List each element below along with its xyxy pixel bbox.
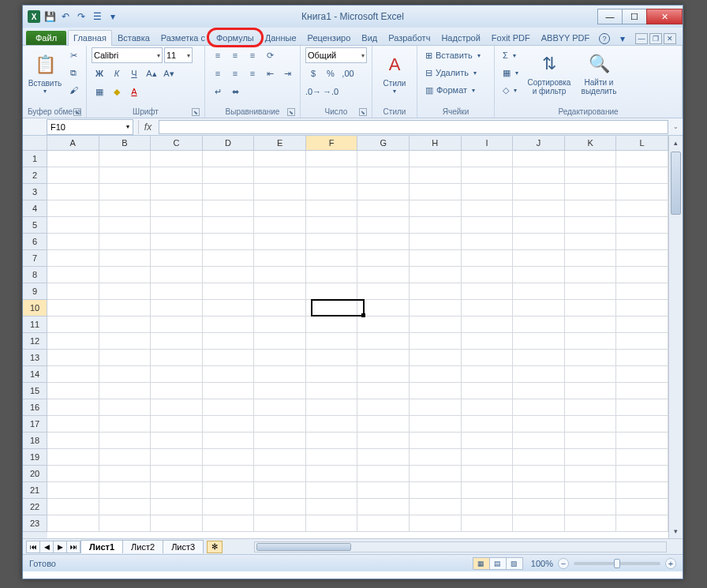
cell[interactable] <box>462 267 514 283</box>
sort-filter-button[interactable]: ⇅ Сортировка и фильтр <box>525 47 574 99</box>
cell[interactable] <box>357 499 410 515</box>
cell[interactable] <box>47 316 99 333</box>
cell[interactable] <box>99 200 152 217</box>
row-header-16[interactable]: 16 <box>23 399 47 416</box>
workbook-close-button[interactable]: ✕ <box>664 33 676 44</box>
cell[interactable] <box>254 383 306 399</box>
cell[interactable] <box>151 217 203 234</box>
cell[interactable] <box>565 151 617 167</box>
cell[interactable] <box>47 366 99 383</box>
cell[interactable] <box>616 466 668 482</box>
row-header-1[interactable]: 1 <box>23 151 47 167</box>
cell[interactable] <box>47 499 99 515</box>
align-right-button[interactable]: ≡ <box>245 66 260 81</box>
col-header-C[interactable]: C <box>151 136 203 151</box>
sheet-tab-0[interactable]: Лист1 <box>80 540 123 553</box>
ribbon-tab-4[interactable]: Данные <box>260 30 302 45</box>
cell[interactable] <box>616 234 668 250</box>
row-header-9[interactable]: 9 <box>23 283 47 300</box>
cell[interactable] <box>151 416 203 433</box>
cell[interactable] <box>47 283 99 300</box>
number-format-combo[interactable]: Общий▾ <box>305 47 367 63</box>
cell[interactable] <box>151 200 203 217</box>
decrease-decimal-button[interactable]: →.0 <box>323 84 339 99</box>
cell[interactable] <box>203 167 255 184</box>
cell[interactable] <box>151 184 203 200</box>
cell[interactable] <box>462 333 514 350</box>
cell[interactable] <box>254 217 306 234</box>
cell[interactable] <box>306 267 358 283</box>
cell[interactable] <box>203 184 255 200</box>
vscroll-thumb[interactable] <box>671 152 681 215</box>
cell[interactable] <box>462 399 514 416</box>
cell[interactable] <box>565 283 617 300</box>
cell[interactable] <box>616 482 668 499</box>
cell[interactable] <box>410 250 462 267</box>
col-header-L[interactable]: L <box>616 136 668 151</box>
cell[interactable] <box>357 217 410 234</box>
cell[interactable] <box>47 515 99 532</box>
cell[interactable] <box>513 399 565 416</box>
cell[interactable] <box>565 416 617 433</box>
cell[interactable] <box>513 300 565 316</box>
cell[interactable] <box>151 350 203 366</box>
ribbon-tab-5[interactable]: Рецензиро <box>302 30 357 45</box>
cell[interactable] <box>254 333 306 350</box>
grow-font-button[interactable]: A▴ <box>144 66 159 81</box>
cell[interactable] <box>616 366 668 383</box>
row-header-22[interactable]: 22 <box>23 499 47 515</box>
cell[interactable] <box>410 366 462 383</box>
cell[interactable] <box>565 333 617 350</box>
clear-button[interactable]: ◇▾ <box>499 82 522 98</box>
cell[interactable] <box>513 515 565 532</box>
cell[interactable] <box>203 333 255 350</box>
styles-button[interactable]: A Стили▾ <box>377 47 412 99</box>
qat-print-icon[interactable]: ☰ <box>91 10 103 23</box>
cell[interactable] <box>254 167 306 184</box>
cell[interactable] <box>254 416 306 433</box>
cell[interactable] <box>616 433 668 449</box>
cell[interactable] <box>565 250 617 267</box>
cell[interactable] <box>47 350 99 366</box>
sheet-nav-0[interactable]: ⏮ <box>26 541 40 553</box>
cell[interactable] <box>513 466 565 482</box>
alignment-launcher[interactable]: ⬊ <box>287 108 295 116</box>
cell[interactable] <box>306 167 358 184</box>
col-header-F[interactable]: F <box>306 136 358 151</box>
cell[interactable] <box>616 383 668 399</box>
cell[interactable] <box>357 167 410 184</box>
cell[interactable] <box>565 200 617 217</box>
cell[interactable] <box>99 316 152 333</box>
cell[interactable] <box>462 200 514 217</box>
view-normal-button[interactable]: ▦ <box>473 557 490 570</box>
cell[interactable] <box>254 350 306 366</box>
vertical-scrollbar[interactable]: ▴ ▾ <box>668 136 683 538</box>
cell[interactable] <box>306 234 358 250</box>
cell[interactable] <box>513 433 565 449</box>
cell[interactable] <box>462 350 514 366</box>
cell[interactable] <box>254 184 306 200</box>
cell[interactable] <box>357 466 410 482</box>
cell[interactable] <box>357 234 410 250</box>
cell[interactable] <box>410 416 462 433</box>
horizontal-scrollbar[interactable] <box>254 541 667 552</box>
cell[interactable] <box>99 449 152 466</box>
wrap-text-button[interactable]: ↵ <box>210 84 226 99</box>
underline-button[interactable]: Ч <box>126 66 142 81</box>
cell[interactable] <box>357 250 410 267</box>
cell[interactable] <box>99 350 152 366</box>
cell[interactable] <box>616 200 668 217</box>
cell[interactable] <box>306 466 358 482</box>
cell[interactable] <box>462 366 514 383</box>
cell[interactable] <box>203 466 255 482</box>
cell[interactable] <box>462 167 514 184</box>
cell[interactable] <box>565 433 617 449</box>
col-header-K[interactable]: K <box>565 136 617 151</box>
select-all-corner[interactable] <box>23 136 47 151</box>
cell[interactable] <box>357 449 410 466</box>
cell[interactable] <box>203 217 255 234</box>
col-header-B[interactable]: B <box>99 136 152 151</box>
cell[interactable] <box>99 399 152 416</box>
cell[interactable] <box>357 350 410 366</box>
col-header-J[interactable]: J <box>513 136 565 151</box>
